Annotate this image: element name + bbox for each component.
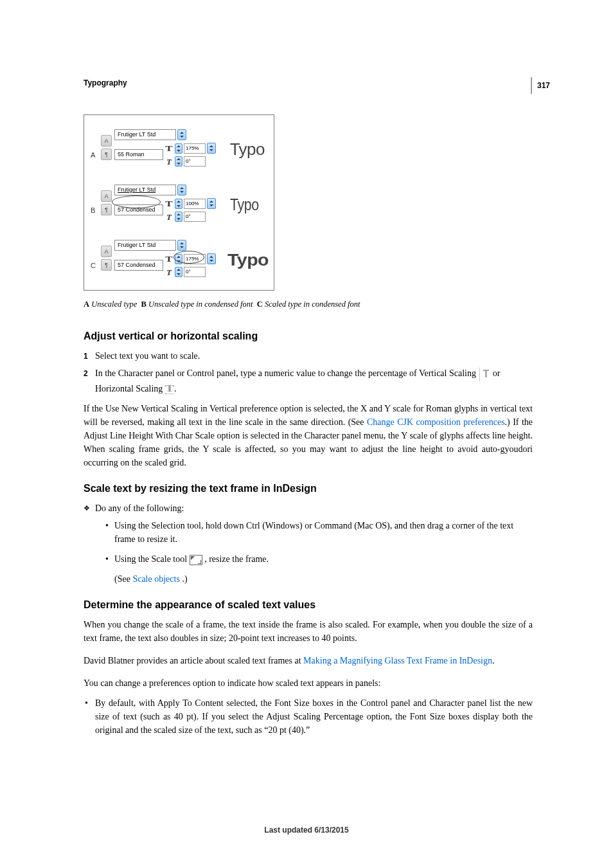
sample-text: Typo xyxy=(227,248,269,273)
char-tab-icon: A xyxy=(101,190,112,202)
stepper-icon[interactable] xyxy=(175,143,182,154)
link-cjk-preferences[interactable]: Change CJK composition preferences xyxy=(367,417,505,427)
dropdown-icon[interactable] xyxy=(207,253,216,264)
link-scale-objects[interactable]: Scale objects xyxy=(132,574,179,584)
font-style-field[interactable]: 57 Condensed xyxy=(114,260,163,271)
page-number: 317 xyxy=(531,77,550,94)
sample-text: Typo xyxy=(230,192,259,217)
dropdown-icon[interactable] xyxy=(177,240,186,251)
diamond-bullet-icon: ❖ xyxy=(84,502,95,515)
lead-text: Do any of the following: xyxy=(95,502,184,515)
font-family-field[interactable]: Frutiger LT Std xyxy=(114,240,176,251)
text-fragment: . xyxy=(174,384,177,393)
see-also: (See Scale objects .) xyxy=(84,572,533,586)
caption-text: Unscaled type xyxy=(91,300,137,309)
step-number: 1 xyxy=(84,349,95,363)
heading-adjust-scaling: Adjust vertical or horizontal scaling xyxy=(84,329,533,344)
annotation-circle-icon xyxy=(173,251,204,264)
font-style-field[interactable]: 55 Roman xyxy=(114,149,163,160)
char-tab-icon: A xyxy=(101,135,112,147)
text-fragment: . xyxy=(492,656,495,665)
link-magnifying-glass[interactable]: Making a Magnifying Glass Text Frame in … xyxy=(303,656,492,665)
section-header: Typography xyxy=(84,77,533,89)
stepper-icon[interactable] xyxy=(175,212,182,222)
skew-field[interactable]: 0° xyxy=(184,212,206,222)
figure-row-label: A xyxy=(91,150,101,161)
sample-text: Typo xyxy=(230,137,265,162)
list-item: Using the Scale tool , resize the frame. xyxy=(105,552,533,566)
horizontal-scale-icon: T xyxy=(163,197,175,210)
text-fragment: (See xyxy=(114,574,132,584)
text-fragment: .) xyxy=(180,574,188,584)
text-fragment: David Blatner provides an article about … xyxy=(84,656,303,665)
skew-icon: T xyxy=(164,211,173,224)
caption-text: Unscaled type in condensed font xyxy=(148,300,253,309)
dropdown-icon[interactable] xyxy=(207,198,216,209)
paragraph: David Blatner provides an article about … xyxy=(84,654,533,667)
para-tab-icon: ¶ xyxy=(101,204,112,215)
scale-tool-icon xyxy=(190,555,202,565)
text-fragment: In the Character panel or Control panel,… xyxy=(95,368,478,378)
char-tab-icon: A xyxy=(101,246,112,257)
paragraph: You can change a preferences option to i… xyxy=(84,676,533,690)
horizontal-scale-icon: T xyxy=(163,142,175,155)
text-fragment: , resize the frame. xyxy=(202,554,269,564)
text-fragment: Using the Scale tool xyxy=(114,554,190,564)
list-item: Using the Selection tool, hold down Ctrl… xyxy=(105,519,533,546)
figure-row-label: B xyxy=(91,205,101,216)
skew-field[interactable]: 0° xyxy=(184,267,206,277)
step-text: In the Character panel or Control panel,… xyxy=(95,366,533,395)
dropdown-icon[interactable] xyxy=(177,185,186,195)
heading-appearance-scaled: Determine the appearance of scaled text … xyxy=(84,597,533,613)
skew-icon: T xyxy=(164,266,173,279)
skew-icon: T xyxy=(164,156,173,168)
horizontal-scale-field[interactable]: 175% xyxy=(184,143,206,154)
caption-label: A xyxy=(84,300,89,309)
horizontal-scale-field[interactable]: 100% xyxy=(184,199,206,209)
horizontal-scale-icon: T xyxy=(163,253,175,266)
footer-last-updated: Last updated 6/13/2015 xyxy=(0,824,613,836)
para-tab-icon: ¶ xyxy=(101,259,112,271)
heading-scale-by-resize: Scale text by resizing the text frame in… xyxy=(84,481,533,496)
vertical-scaling-icon: T xyxy=(479,366,489,382)
font-family-field[interactable]: Frutiger LT Std xyxy=(114,185,176,195)
horizontal-scaling-icon: T xyxy=(165,384,174,394)
annotation-circle-icon xyxy=(112,195,161,208)
caption-label: C xyxy=(257,300,263,309)
caption-text: Scaled type in condensed font xyxy=(265,300,360,309)
figure-scaling-examples: A A ¶ Frutiger LT Std 55 Roman T 175% xyxy=(84,114,274,291)
para-tab-icon: ¶ xyxy=(101,149,112,160)
dropdown-icon[interactable] xyxy=(177,129,186,140)
figure-row-label: C xyxy=(91,260,101,271)
skew-field[interactable]: 0° xyxy=(184,156,206,167)
step-text: Select text you want to scale. xyxy=(95,349,533,363)
list-item: By default, with Apply To Content select… xyxy=(84,696,533,737)
dropdown-icon[interactable] xyxy=(207,143,216,154)
stepper-icon[interactable] xyxy=(175,156,182,167)
stepper-icon[interactable] xyxy=(175,199,182,209)
paragraph: When you change the scale of a frame, th… xyxy=(84,618,533,645)
step-number: 2 xyxy=(84,366,95,395)
stepper-icon[interactable] xyxy=(175,267,182,277)
paragraph: If the Use New Vertical Scaling in Verti… xyxy=(84,402,533,469)
font-family-field[interactable]: Frutiger LT Std xyxy=(114,129,176,140)
caption-label: B xyxy=(141,300,147,309)
figure-caption: A Unscaled type B Unscaled type in conde… xyxy=(84,298,533,311)
